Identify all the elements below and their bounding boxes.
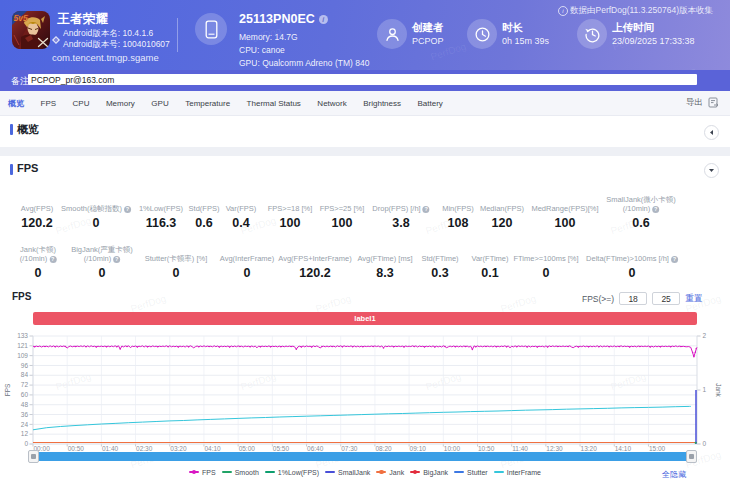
legend-marker	[265, 468, 275, 476]
metric-cell: MedRange(FPS)[%]100	[531, 195, 598, 230]
overview-title: 概览	[17, 122, 39, 137]
metric-value: 0	[61, 216, 131, 230]
metric-cell: Avg(FTime) [ms]8.3	[357, 245, 412, 280]
user-icon	[377, 19, 407, 49]
hide-all-link[interactable]: 全隐藏	[662, 469, 686, 480]
svg-text:109: 109	[17, 352, 28, 359]
legend-label: SmallJank	[338, 469, 370, 476]
app-icon: 5v5	[12, 11, 50, 49]
device-info-label: Memory:	[239, 32, 272, 42]
legend-item-smooth[interactable]: Smooth	[222, 468, 259, 476]
metric-label-area: SmallJank(微小卡顿)(/10min)?	[606, 195, 676, 213]
export-icon[interactable]	[708, 94, 719, 112]
tab-memory[interactable]: Memory	[106, 99, 135, 108]
legend-item-smalljank[interactable]: SmallJank	[325, 468, 370, 476]
tab-thermal-status[interactable]: Thermal Status	[247, 99, 301, 108]
clock-icon	[467, 19, 497, 49]
metric-label-text: Jank(卡顿)	[20, 245, 56, 254]
help-icon[interactable]: ?	[113, 256, 120, 263]
metric-cell: Std(FPS)0.6	[189, 195, 220, 230]
tab-fps[interactable]: FPS	[41, 99, 57, 108]
android-version-code: Android版本号: 1004010607	[63, 39, 170, 51]
section-gap	[0, 147, 730, 156]
chart-scrollbar[interactable]	[33, 452, 697, 461]
metric-value: 0.4	[226, 216, 257, 230]
metric-cell: BigJank(严重卡顿)(/10min)?0	[71, 245, 133, 280]
svg-text:05:50: 05:50	[273, 445, 290, 452]
device-info-value: 14.7G	[274, 32, 297, 42]
svg-text:5v5: 5v5	[14, 13, 28, 23]
svg-text:96: 96	[21, 362, 29, 369]
badge-value: 23/09/2025 17:33:38	[612, 36, 695, 46]
app-title: 王者荣耀	[57, 11, 109, 28]
metric-cell: Avg(FPS+InterFrame)120.2	[278, 245, 351, 280]
help-icon[interactable]: ?	[49, 256, 56, 263]
fps-threshold-input-1[interactable]	[619, 292, 647, 305]
legend-item-interframe[interactable]: InterFrame	[494, 468, 541, 476]
metric-label-area: Min(FPS)	[442, 195, 474, 213]
history-icon	[577, 19, 607, 49]
metric-value: 100	[268, 216, 313, 230]
svg-text:04:10: 04:10	[204, 445, 221, 452]
metric-label: FPS>=18 [%]	[268, 204, 313, 213]
metric-label-text: 1%Low(FPS)	[139, 204, 183, 213]
metric-cell: Min(FPS)108	[442, 195, 474, 230]
metric-value: 0	[71, 266, 133, 280]
overview-section: 概览	[0, 116, 730, 147]
help-icon[interactable]: ?	[671, 256, 678, 263]
metric-value: 108	[442, 216, 474, 230]
overview-accent	[10, 124, 13, 135]
legend-item-stutter[interactable]: Stutter	[454, 468, 488, 476]
metric-label: Jank(卡顿)	[20, 245, 57, 254]
help-icon[interactable]: ?	[652, 206, 659, 213]
tab-cpu[interactable]: CPU	[73, 99, 90, 108]
metric-value: 0	[145, 266, 208, 280]
metric-label-area: Delta(FTime)>100ms [/h]?	[586, 245, 678, 263]
chart-banner: label1	[33, 312, 697, 325]
reset-link[interactable]: 重置	[685, 293, 702, 305]
badge-value: 0h 15m 39s	[502, 36, 549, 46]
overview-collapse-button[interactable]	[704, 125, 719, 140]
scrollbar-right-handle[interactable]	[686, 450, 697, 463]
tab-battery[interactable]: Battery	[418, 99, 443, 108]
tab-network[interactable]: Network	[317, 99, 346, 108]
legend-item-1-low-fps-[interactable]: 1%Low(FPS)	[265, 468, 319, 476]
export-button[interactable]: 导出	[686, 97, 703, 109]
help-icon[interactable]: ?	[423, 206, 430, 213]
badge-value: PCPOP	[412, 36, 444, 46]
tab-temperature[interactable]: Temperature	[185, 99, 230, 108]
tabs: 概览FPSCPUMemoryGPUTemperatureThermal Stat…	[8, 91, 443, 115]
metric-cell: Avg(FPS)120.2	[21, 195, 53, 230]
scrollbar-left-handle[interactable]	[28, 450, 39, 463]
metric-cell: Delta(FTime)>100ms [/h]?0	[586, 245, 678, 280]
legend-label: Smooth	[235, 469, 259, 476]
legend-item-fps[interactable]: FPS	[189, 468, 216, 476]
metric-label-line2: (/10min)?	[71, 254, 133, 263]
header-divider	[177, 18, 178, 52]
metric-label-area: Std(FTime)	[421, 245, 458, 263]
metric-label-area: Drop(FPS) [/h]?	[372, 195, 429, 213]
metric-label-text: MedRange(FPS)[%]	[531, 204, 598, 213]
fps-chart[interactable]: 00:0000:5001:4002:3003:2004:1005:0005:50…	[0, 328, 730, 456]
legend-dot	[379, 470, 384, 475]
fps-threshold-input-2[interactable]	[652, 292, 680, 305]
metric-label-area: Std(FPS)	[189, 195, 220, 213]
svg-text:72: 72	[21, 381, 29, 388]
note-input[interactable]	[28, 74, 697, 85]
metric-cell: Smooth(稳帧指数)?0	[61, 195, 131, 230]
svg-text:06:40: 06:40	[307, 445, 324, 452]
legend-item-jank[interactable]: Jank	[376, 468, 404, 476]
tab-overview[interactable]: 概览	[8, 98, 24, 109]
device-info-icon[interactable]: i	[319, 15, 328, 24]
metric-cell: Avg(InterFrame)0	[220, 245, 274, 280]
tab-brightness[interactable]: Brightness	[363, 99, 401, 108]
fps-collapse-button[interactable]	[704, 163, 719, 178]
metric-value: 8.3	[357, 266, 412, 280]
tab-gpu[interactable]: GPU	[151, 99, 168, 108]
metric-label-text: BigJank(严重卡顿)	[71, 245, 133, 254]
svg-text:10:00: 10:00	[444, 445, 461, 452]
device-model: 25113PN0ECi	[239, 12, 328, 26]
legend-item-bigjank[interactable]: BigJank	[410, 468, 448, 476]
svg-text:0: 0	[24, 440, 28, 447]
help-icon[interactable]: ?	[124, 206, 131, 213]
